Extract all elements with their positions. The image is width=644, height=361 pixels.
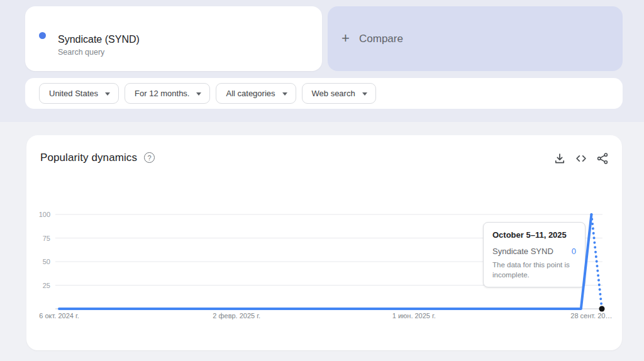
search-term-card[interactable]: Syndicate (SYND) Search query [25,6,322,71]
filter-region-label: United States [49,89,98,98]
svg-text:6 окт. 2024 г.: 6 окт. 2024 г. [39,312,79,319]
svg-text:2 февр. 2025 г.: 2 февр. 2025 г. [213,312,260,319]
svg-text:75: 75 [43,235,50,242]
svg-text:28 сент. 20…: 28 сент. 20… [570,312,612,319]
dropdown-caret-icon [362,92,367,96]
svg-text:100: 100 [39,211,50,218]
search-term-type: Search query [58,48,104,57]
google-trends-page: Syndicate (SYND) Search query + Compare … [0,0,644,361]
series-color-dot-icon [39,32,46,39]
filter-category-dropdown[interactable]: All categories [216,83,296,104]
chart-plot-area[interactable]: 2550751006 окт. 2024 г.2 февр. 2025 г.1 … [26,135,622,350]
compare-button[interactable]: + Compare [328,6,623,71]
query-header-section: Syndicate (SYND) Search query + Compare … [0,0,644,122]
dropdown-caret-icon [196,92,201,96]
filter-searchtype-dropdown[interactable]: Web search [302,83,376,104]
svg-text:25: 25 [43,282,50,289]
dropdown-caret-icon [282,92,287,96]
filter-region-dropdown[interactable]: United States [39,83,119,104]
tooltip-value: 0 [572,247,576,256]
filter-category-label: All categories [226,89,275,98]
filter-timerange-label: For 12 months. [135,89,189,98]
filter-bar: United States For 12 months. All categor… [25,78,623,109]
tooltip-note: The data for this point is incomplete. [492,260,576,280]
search-term-title: Syndicate (SYND) [58,34,140,45]
tooltip-series-label: Syndicate SYND [492,247,553,256]
filter-timerange-dropdown[interactable]: For 12 months. [125,83,210,104]
compare-label: Compare [359,33,403,45]
chart-tooltip: October 5–11, 2025 Syndicate SYND 0 The … [483,222,586,287]
dropdown-caret-icon [105,92,110,96]
svg-text:50: 50 [43,258,50,265]
popularity-dynamics-card: Popularity dynamics ? [26,135,622,350]
tooltip-date: October 5–11, 2025 [492,230,576,240]
filter-searchtype-label: Web search [312,89,355,98]
svg-text:1 июн. 2025 г.: 1 июн. 2025 г. [392,312,436,319]
plus-icon: + [341,30,350,47]
